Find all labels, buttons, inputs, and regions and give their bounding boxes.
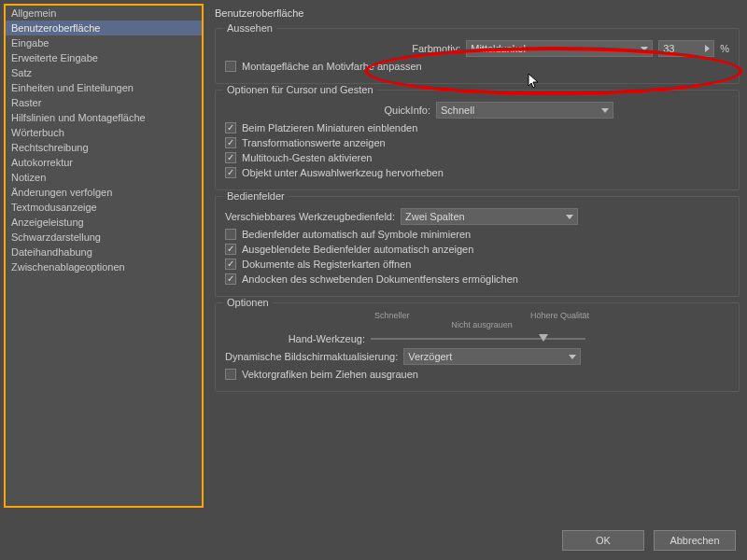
slider-thumb-icon: [539, 334, 548, 342]
sidebar-item-autokorrektur[interactable]: Autokorrektur: [6, 155, 202, 170]
hand-tool-slider[interactable]: [371, 338, 585, 340]
floating-tools-label: Verschiebbares Werkzeugbedienfeld:: [225, 211, 395, 222]
quickinfo-select[interactable]: Schnell: [436, 102, 613, 119]
brightness-input[interactable]: 33: [658, 40, 714, 57]
highlight-object-checkbox[interactable]: [225, 167, 236, 178]
match-pasteboard-checkbox[interactable]: [225, 61, 236, 72]
page-title: Benutzeroberfläche: [215, 4, 740, 22]
checkbox-label: Montagefläche an Motivfarbe anpassen: [242, 61, 422, 72]
transform-values-checkbox[interactable]: [225, 137, 236, 148]
percent-label: %: [720, 43, 729, 54]
select-value: Verzögert: [408, 351, 452, 362]
group-title: Optionen: [223, 297, 273, 308]
sidebar-item-schwarzdarstellung[interactable]: Schwarzdarstellung: [6, 230, 202, 245]
dynamic-update-label: Dynamische Bildschirmaktualisierung:: [225, 351, 398, 362]
appearance-group: Aussehen Farbmotiv: Mitteldunkel 33 % Mo…: [215, 28, 740, 84]
select-value: Mitteldunkel: [471, 43, 526, 54]
sidebar-item-eingabe[interactable]: Eingabe: [6, 35, 202, 50]
checkbox-label: Andocken des schwebenden Dokumentfenster…: [242, 273, 518, 285]
sidebar-item-rechtschreibung[interactable]: Rechtschreibung: [6, 140, 202, 155]
chevron-down-icon: [641, 47, 648, 51]
grey-vectors-checkbox[interactable]: [225, 369, 236, 380]
dynamic-update-select[interactable]: Verzögert: [403, 348, 581, 365]
sidebar-item-textmodusanzeige[interactable]: Textmodusanzeige: [6, 200, 202, 215]
chevron-down-icon: [566, 215, 573, 219]
quickinfo-label: QuickInfo:: [225, 105, 430, 116]
checkbox-label: Vektorgrafiken beim Ziehen ausgrauen: [242, 369, 418, 380]
select-value: Schnell: [441, 105, 474, 116]
chevron-down-icon: [569, 355, 576, 359]
multitouch-checkbox[interactable]: [225, 152, 236, 163]
color-theme-select[interactable]: Mitteldunkel: [466, 40, 653, 57]
sidebar-item-benutzeroberfläche[interactable]: Benutzeroberfläche: [6, 21, 202, 35]
cancel-button[interactable]: Abbrechen: [654, 530, 736, 551]
sidebar-item-wörterbuch[interactable]: Wörterbuch: [6, 125, 202, 140]
group-title: Optionen für Cursor und Gesten: [223, 84, 377, 95]
checkbox-label: Beim Platzieren Miniaturen einblenden: [242, 122, 417, 133]
sidebar-item-änderungen-verfolgen[interactable]: Änderungen verfolgen: [6, 185, 202, 200]
slider-label-faster: Schneller: [374, 311, 410, 320]
input-value: 33: [663, 43, 674, 54]
slider-label-higher: Höhere Qualität: [530, 311, 589, 320]
color-theme-label: Farbmotiv:: [225, 43, 460, 54]
sidebar-item-dateihandhabung[interactable]: Dateihandhabung: [6, 245, 202, 259]
checkbox-label: Objekt unter Auswahlwerkzeug hervorheben: [242, 167, 444, 178]
ok-button[interactable]: OK: [562, 530, 644, 551]
sidebar-item-raster[interactable]: Raster: [6, 95, 202, 110]
sidebar-item-erweiterte-eingabe[interactable]: Erweiterte Eingabe: [6, 50, 202, 65]
select-value: Zwei Spalten: [405, 211, 465, 222]
group-title: Aussehen: [223, 22, 276, 34]
checkbox-label: Dokumente als Registerkarten öffnen: [242, 259, 411, 270]
group-title: Bedienfelder: [223, 190, 289, 202]
checkbox-label: Ausgeblendete Bedienfelder automatisch a…: [242, 244, 473, 255]
options-group: Optionen Schneller Höhere Qualität Nicht…: [215, 302, 740, 392]
preferences-sidebar: AllgemeinBenutzeroberflächeEingabeErweit…: [0, 0, 207, 513]
sidebar-item-anzeigeleistung[interactable]: Anzeigeleistung: [6, 215, 202, 230]
main-panel: Benutzeroberfläche Aussehen Farbmotiv: M…: [207, 0, 747, 513]
hand-tool-label: Hand-Werkzeug:: [225, 333, 365, 344]
sidebar-item-hilfslinien-und-montagefläche[interactable]: Hilfslinien und Montagefläche: [6, 110, 202, 125]
sidebar-item-notizen[interactable]: Notizen: [6, 170, 202, 185]
sidebar-item-einheiten-und-einteilungen[interactable]: Einheiten und Einteilungen: [6, 80, 202, 95]
dialog-footer: OK Abbrechen: [562, 530, 736, 551]
auto-collapse-checkbox[interactable]: [225, 229, 236, 240]
open-as-tabs-checkbox[interactable]: [225, 259, 236, 270]
auto-show-checkbox[interactable]: [225, 244, 236, 255]
cursor-group: Optionen für Cursor und Gesten QuickInfo…: [215, 90, 740, 190]
sidebar-item-satz[interactable]: Satz: [6, 65, 202, 80]
arrow-right-icon: [705, 45, 710, 52]
checkbox-label: Multitouch-Gesten aktivieren: [242, 152, 372, 163]
thumbnails-checkbox[interactable]: [225, 122, 236, 133]
enable-docking-checkbox[interactable]: [225, 273, 236, 285]
checkbox-label: Bedienfelder automatisch auf Symbole min…: [242, 229, 471, 240]
category-list: AllgemeinBenutzeroberflächeEingabeErweit…: [4, 4, 204, 508]
sidebar-item-allgemein[interactable]: Allgemein: [6, 6, 202, 21]
sidebar-item-zwischenablageoptionen[interactable]: Zwischenablageoptionen: [6, 259, 202, 274]
floating-tools-select[interactable]: Zwei Spalten: [401, 208, 578, 225]
slider-label-nogrey: Nicht ausgrauen: [374, 320, 589, 329]
panels-group: Bedienfelder Verschiebbares Werkzeugbedi…: [215, 196, 740, 297]
checkbox-label: Transformationswerte anzeigen: [242, 137, 386, 148]
chevron-down-icon: [601, 108, 609, 113]
